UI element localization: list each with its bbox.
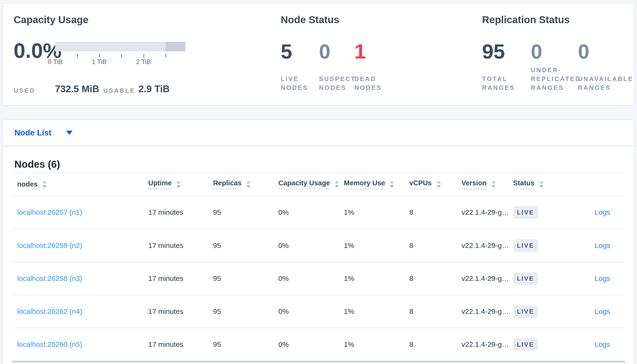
node-status-title: Node Status — [281, 14, 339, 26]
capacity-usage-cell: 0% — [278, 340, 344, 348]
replicas-cell: 95 — [213, 308, 278, 316]
logs-cell: Logs — [568, 274, 625, 282]
node-address-link[interactable]: localhost:26258 (n3) — [17, 274, 82, 282]
replicas-cell: 95 — [213, 274, 278, 282]
capacity-usage-cell: 0% — [278, 274, 344, 282]
column-header-nodes[interactable]: nodes — [12, 180, 148, 188]
uptime-cell: 17 minutes — [148, 308, 213, 316]
node-address-link[interactable]: localhost:26257 (n1) — [17, 208, 82, 216]
node-address-cell: localhost:26260 (n5) — [12, 340, 148, 348]
node-list-dropdown-label: Node List — [14, 128, 51, 137]
logs-cell: Logs — [568, 308, 625, 316]
metric-value: 1 — [354, 40, 390, 62]
version-cell: v22.1.4-29-g… — [462, 242, 513, 250]
memory-use-cell: 1% — [344, 274, 409, 282]
status-cell: LIVE — [513, 239, 568, 252]
nodes-table-card: Nodes (6) nodesUptimeReplicasCapacity Us… — [3, 146, 634, 364]
vcpus-cell: 8 — [409, 242, 462, 250]
view-selector-bar: Node List — [3, 120, 634, 146]
memory-use-cell: 1% — [344, 242, 409, 250]
logs-link[interactable]: Logs — [595, 242, 610, 249]
column-header-vcpus[interactable]: vCPUs — [409, 179, 462, 189]
usable-value: 2.9 TiB — [138, 84, 170, 94]
uptime-cell: 17 minutes — [148, 208, 213, 216]
nodes-section-title: Nodes (6) — [14, 158, 60, 170]
logs-cell: Logs — [568, 242, 625, 250]
sort-arrows-icon — [246, 180, 251, 188]
logs-cell: Logs — [568, 208, 625, 216]
usable-label: USABLE — [103, 87, 135, 94]
axis-tick — [77, 54, 78, 58]
vcpus-cell: 8 — [409, 208, 462, 216]
status-badge: LIVE — [513, 206, 538, 219]
column-header-capacity-usage[interactable]: Capacity Usage — [278, 179, 344, 189]
column-header-status[interactable]: Status — [513, 179, 568, 189]
vcpus-cell: 8 — [409, 274, 462, 282]
metric-value: 5 — [281, 40, 316, 62]
used-value: 732.5 MiB — [55, 84, 99, 94]
axis-tick-label: 0 TiB — [39, 58, 72, 66]
node-address-link[interactable]: localhost:26262 (n4) — [17, 308, 82, 315]
axis-tick — [55, 54, 56, 58]
sort-arrows-icon — [335, 180, 339, 188]
used-label: USED — [14, 87, 35, 94]
uptime-cell: 17 minutes — [148, 242, 213, 250]
status-badge: LIVE — [513, 338, 538, 351]
status-cell: LIVE — [513, 206, 568, 219]
status-cell: LIVE — [513, 272, 568, 285]
metric-label: SUSPECT NODES — [319, 74, 355, 92]
version-cell: v22.1.4-29-g… — [462, 308, 513, 316]
column-header-version[interactable]: Version — [462, 179, 513, 189]
node-address-cell: localhost:26258 (n3) — [12, 274, 148, 282]
metric-under-replicated-ranges: 0UNDER-REPLICATED RANGES — [531, 40, 581, 92]
table-row: localhost:26260 (n5)17 minutes950%1%8v22… — [12, 328, 625, 361]
cluster-overview-summary: Capacity Usage 0.0% 0 TiB 1 TiB 2 TiB US… — [3, 3, 634, 106]
vcpus-cell: 8 — [409, 308, 462, 316]
node-list-dropdown[interactable]: Node List — [14, 128, 73, 137]
version-cell: v22.1.4-29-g… — [462, 274, 513, 282]
memory-use-cell: 1% — [344, 340, 409, 348]
table-row: localhost:26262 (n4)17 minutes950%1%8v22… — [12, 295, 625, 328]
sort-arrows-icon — [42, 180, 47, 188]
replication-status-title: Replication Status — [482, 14, 569, 26]
replicas-cell: 95 — [213, 242, 278, 250]
uptime-cell: 17 minutes — [148, 274, 213, 282]
column-header-label: Version — [462, 179, 487, 189]
node-address-link[interactable]: localhost:26260 (n5) — [17, 340, 82, 348]
sort-arrows-icon — [539, 180, 543, 188]
logs-link[interactable]: Logs — [595, 308, 610, 315]
metric-label: UNAVAILABLE RANGES — [578, 74, 636, 92]
column-header-replicas[interactable]: Replicas — [213, 179, 278, 189]
capacity-usage-cell: 0% — [278, 208, 344, 216]
capacity-bar-nonusable-segment — [165, 42, 185, 51]
logs-link[interactable]: Logs — [595, 340, 610, 348]
node-address-link[interactable]: localhost:26259 (n2) — [17, 242, 82, 249]
sort-arrows-icon — [437, 180, 441, 188]
column-header-memory-use[interactable]: Memory Use — [344, 179, 409, 189]
column-header-label: Status — [513, 179, 534, 189]
status-cell: LIVE — [513, 305, 568, 318]
metric-live-nodes: 5LIVE NODES — [281, 40, 316, 92]
uptime-cell: 17 minutes — [148, 340, 213, 348]
column-header-label: vCPUs — [409, 179, 432, 189]
capacity-usage-bar — [55, 42, 185, 51]
nodes-table: nodesUptimeReplicasCapacity UsageMemory … — [12, 172, 625, 362]
metric-unavailable-ranges: 0UNAVAILABLE RANGES — [578, 40, 636, 92]
axis-tick-label: 2 TiB — [127, 58, 160, 66]
column-header-label: Uptime — [148, 179, 172, 189]
logs-link[interactable]: Logs — [595, 208, 610, 216]
vcpus-cell: 8 — [409, 340, 462, 348]
capacity-usage-title: Capacity Usage — [14, 14, 89, 26]
table-row: localhost:26257 (n1)17 minutes950%1%8v22… — [12, 196, 625, 229]
chevron-down-icon — [66, 131, 73, 135]
column-header-uptime[interactable]: Uptime — [148, 179, 213, 189]
version-cell: v22.1.4-29-g… — [462, 208, 513, 216]
capacity-usage-cell: 0% — [278, 308, 344, 316]
metric-label: TOTAL RANGES — [482, 74, 523, 92]
sort-arrows-icon — [491, 180, 496, 188]
sort-arrows-icon — [176, 180, 181, 188]
logs-link[interactable]: Logs — [595, 274, 610, 282]
metric-dead-nodes: 1DEAD NODES — [354, 40, 390, 92]
metric-value: 0 — [319, 40, 355, 62]
capacity-usage-cell: 0% — [278, 242, 344, 250]
